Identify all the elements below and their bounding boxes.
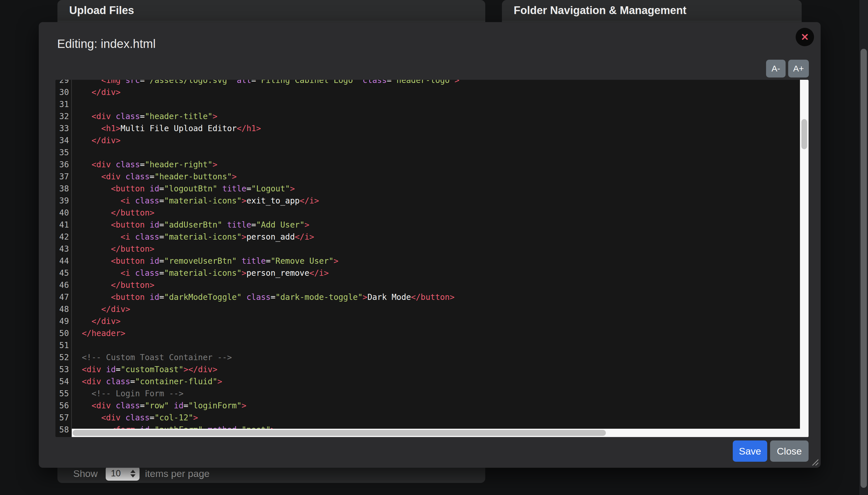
- code-line: 48 </div>: [55, 303, 808, 315]
- code-line: 49 </div>: [55, 315, 808, 327]
- code-line: 44 <button id="removeUserBtn" title="Rem…: [55, 255, 808, 267]
- code-editor[interactable]: 29 <img src="/assets/logo.svg" alt="Fili…: [55, 80, 808, 437]
- line-number: 41: [55, 219, 71, 231]
- code-line: 42 <i class="material-icons">person_add<…: [55, 231, 808, 243]
- upload-files-title: Upload Files: [57, 4, 134, 17]
- screen: Upload Files Show 10 items per page Fold…: [0, 0, 868, 495]
- code-line: 45 <i class="material-icons">person_remo…: [55, 267, 808, 279]
- line-number: 54: [55, 376, 71, 388]
- code-line: 38 <button id="logoutBtn" title="Logout"…: [55, 183, 808, 195]
- code-line: 55 <!-- Login Form -->: [55, 388, 808, 400]
- modal-title: Editing: index.html: [57, 37, 156, 51]
- line-number: 52: [55, 352, 71, 363]
- line-number: 42: [55, 231, 71, 243]
- save-button[interactable]: Save: [733, 441, 767, 462]
- line-number: 43: [55, 243, 71, 255]
- line-number: 31: [55, 99, 71, 110]
- items-per-page-label: items per page: [145, 468, 210, 479]
- line-number: 37: [55, 171, 71, 183]
- editor-hscrollbar-thumb[interactable]: [73, 430, 606, 436]
- line-number: 29: [55, 80, 71, 86]
- line-number: 50: [55, 327, 71, 340]
- line-number: 36: [55, 159, 71, 171]
- code-line: 47 <button id="darkModeToggle" class="da…: [55, 291, 808, 303]
- close-button[interactable]: Close: [770, 441, 808, 462]
- edit-file-modal: Editing: index.html ✕ A- A+ 29 <img src=…: [39, 22, 821, 468]
- code-line: 53<div id="customToast"></div>: [55, 363, 808, 376]
- line-number: 30: [55, 86, 71, 99]
- font-size-controls: A- A+: [766, 60, 809, 78]
- code-line: 57 <div class="col-12">: [55, 412, 808, 424]
- line-number: 48: [55, 303, 71, 315]
- line-number: 57: [55, 412, 71, 424]
- close-x-icon: ✕: [801, 31, 809, 43]
- items-per-page-value: 10: [111, 468, 130, 479]
- line-number: 58: [55, 424, 71, 436]
- code-line: 56 <div class="row" id="loginForm">: [55, 400, 808, 412]
- code-line: 40 </button>: [55, 207, 808, 219]
- code-line: 39 <i class="material-icons">exit_to_app…: [55, 195, 808, 207]
- code-line: 29 <img src="/assets/logo.svg" alt="Fili…: [55, 80, 808, 86]
- code-line: 37 <div class="header-buttons">: [55, 171, 808, 183]
- line-number: 35: [55, 147, 71, 159]
- code-line: 50</header>: [55, 327, 808, 340]
- resize-handle-icon[interactable]: [810, 457, 818, 465]
- gutter-separator: [71, 80, 72, 437]
- code-line: 41 <button id="addUserBtn" title="Add Us…: [55, 219, 808, 231]
- line-number: 44: [55, 255, 71, 267]
- line-number: 40: [55, 207, 71, 219]
- code-line: 36 <div class="header-right">: [55, 159, 808, 171]
- modal-close-icon-button[interactable]: ✕: [796, 28, 814, 46]
- font-increase-button[interactable]: A+: [788, 60, 809, 78]
- line-number: 56: [55, 400, 71, 412]
- editor-vscrollbar-track[interactable]: [800, 80, 808, 437]
- page-scrollbar-track[interactable]: [859, 0, 868, 495]
- code-line: 51: [55, 340, 808, 352]
- code-line: 52<!-- Custom Toast Container -->: [55, 352, 808, 363]
- code-line: 34 </div>: [55, 135, 808, 147]
- code-line: 54<div class="container-fluid">: [55, 376, 808, 388]
- code-line: 33 <h1>Multi File Upload Editor</h1>: [55, 122, 808, 135]
- code-line: 35: [55, 147, 808, 159]
- line-number: 55: [55, 388, 71, 400]
- line-number: 38: [55, 183, 71, 195]
- line-number: 39: [55, 195, 71, 207]
- show-label: Show: [73, 468, 98, 479]
- line-number: 47: [55, 291, 71, 303]
- editor-vscrollbar-thumb[interactable]: [801, 119, 807, 149]
- folder-navigation-title: Folder Navigation & Management: [502, 4, 686, 17]
- code-line: 31: [55, 99, 808, 110]
- line-number: 45: [55, 267, 71, 279]
- code-line: 30 </div>: [55, 86, 808, 99]
- items-per-page-select[interactable]: 10: [106, 466, 139, 481]
- code-line: 43 </button>: [55, 243, 808, 255]
- line-number: 34: [55, 135, 71, 147]
- editor-hscrollbar-track[interactable]: [72, 429, 808, 437]
- select-stepper-icon: [130, 470, 135, 478]
- line-number: 33: [55, 122, 71, 135]
- page-scrollbar-thumb[interactable]: [861, 49, 867, 488]
- line-number: 51: [55, 340, 71, 352]
- folder-navigation-card-header: Folder Navigation & Management: [502, 0, 802, 21]
- line-number: 32: [55, 110, 71, 122]
- line-number: 46: [55, 279, 71, 291]
- line-number: 49: [55, 315, 71, 327]
- font-decrease-button[interactable]: A-: [766, 60, 786, 78]
- line-number: 53: [55, 363, 71, 376]
- upload-files-card-header: Upload Files: [57, 0, 485, 21]
- code-line: 46 </button>: [55, 279, 808, 291]
- code-content: 29 <img src="/assets/logo.svg" alt="Fili…: [55, 80, 808, 436]
- code-line: 32 <div class="header-title">: [55, 110, 808, 122]
